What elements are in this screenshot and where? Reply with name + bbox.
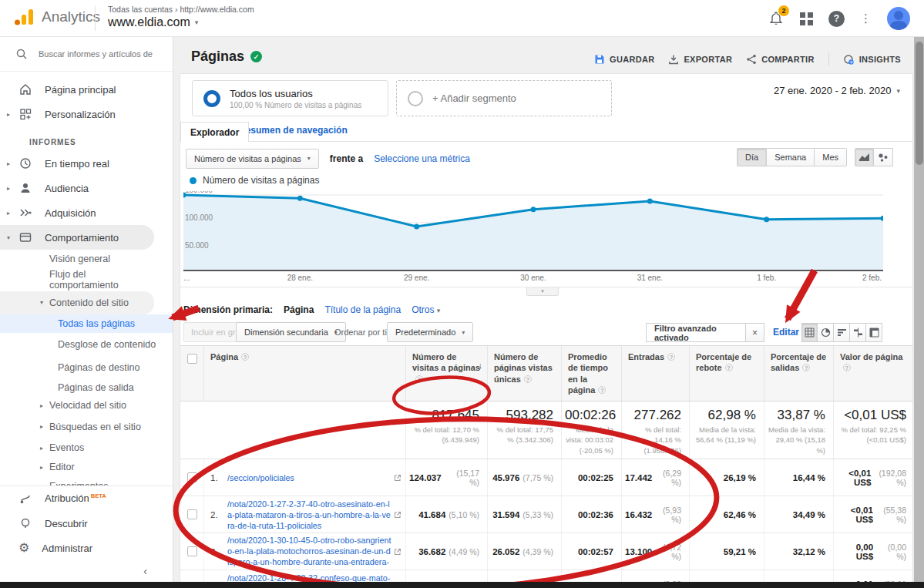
- export-button[interactable]: EXPORTAR: [668, 54, 732, 65]
- select-metric-link[interactable]: Seleccione una métrica: [374, 153, 470, 164]
- add-segment-button[interactable]: + Añadir segmento: [396, 80, 612, 116]
- edit-filter-link[interactable]: Editar: [773, 327, 799, 338]
- column-header-unique[interactable]: Número de páginas vistas únicas?: [487, 346, 561, 401]
- help-icon[interactable]: ?: [667, 353, 675, 361]
- granularity-month-button[interactable]: Mes: [815, 148, 847, 166]
- sidebar-item-publisher[interactable]: ▸ Editor: [0, 458, 173, 477]
- collapse-expanded-icon[interactable]: ▾: [40, 299, 43, 306]
- pivot-view-button[interactable]: [866, 323, 882, 342]
- expand-icon[interactable]: ▸: [40, 423, 43, 430]
- secondary-dimension-dropdown[interactable]: Dimensión secundaria ▾: [236, 322, 346, 342]
- share-button[interactable]: COMPARTIR: [746, 54, 815, 65]
- sidebar-item-realtime[interactable]: ▸ En tiempo real: [0, 151, 173, 176]
- sidebar-item-behavior[interactable]: ▾ Comportamiento: [0, 225, 154, 250]
- sidebar-item-behavior-flow[interactable]: Flujo del comportamiento: [0, 268, 173, 291]
- column-header-entrances[interactable]: Entradas?: [621, 346, 689, 401]
- expand-icon[interactable]: ▸: [7, 185, 10, 192]
- help-icon[interactable]: ?: [415, 375, 423, 383]
- sidebar-item-discover[interactable]: Descubrir: [0, 511, 173, 536]
- tab-navigation-summary[interactable]: Resumen de navegación: [239, 125, 348, 136]
- sidebar-item-site-search[interactable]: ▸ Búsquedas en el sitio: [0, 415, 173, 438]
- expand-icon[interactable]: ▸: [7, 210, 10, 217]
- expand-icon[interactable]: ▸: [40, 464, 43, 471]
- dimension-page[interactable]: Página: [284, 304, 314, 315]
- help-icon[interactable]: ?: [802, 364, 810, 371]
- expand-icon[interactable]: ▸: [7, 111, 10, 118]
- row-checkbox[interactable]: [187, 546, 197, 556]
- help-icon[interactable]: ?: [241, 353, 249, 361]
- sidebar-item-experiments[interactable]: Experimentos: [0, 477, 173, 486]
- apps-grid-icon[interactable]: [800, 12, 813, 25]
- sidebar-item-personalization[interactable]: ▸ Personalización: [0, 102, 173, 126]
- remove-filter-button[interactable]: ×: [745, 324, 764, 341]
- sidebar-item-home[interactable]: Página principal: [0, 77, 173, 102]
- percentage-view-button[interactable]: [818, 323, 834, 342]
- notifications-button[interactable]: 2: [768, 10, 785, 27]
- dimension-other-dropdown[interactable]: Otros ▾: [412, 304, 440, 315]
- column-header-bounce[interactable]: Porcentaje de rebote?: [689, 346, 764, 401]
- sort-type-dropdown[interactable]: Predeterminado ▾: [387, 322, 473, 342]
- sidebar-item-admin[interactable]: ⚙ Administrar: [0, 536, 173, 560]
- metric-dropdown[interactable]: Número de visitas a páginas ▾: [186, 149, 319, 169]
- help-icon[interactable]: ?: [598, 386, 606, 394]
- sidebar-item-attribution[interactable]: AtribuciónBETA: [0, 486, 173, 511]
- scrollbar-thumb[interactable]: [916, 42, 923, 165]
- sidebar-item-content-drilldown[interactable]: Desglose de contenido: [0, 333, 173, 356]
- external-link-icon[interactable]: [394, 548, 402, 556]
- collapse-expanded-icon[interactable]: ▾: [7, 234, 10, 241]
- help-icon[interactable]: ?: [828, 11, 845, 27]
- property-selector[interactable]: www.eldia.com ▾: [108, 15, 254, 29]
- dimension-page-title-link[interactable]: Título de la página: [324, 304, 401, 315]
- tab-explorer[interactable]: Explorador: [180, 122, 249, 142]
- help-icon[interactable]: ?: [725, 364, 733, 371]
- cell-time: 00:02:25: [561, 459, 621, 496]
- sidebar-item-all-pages[interactable]: Todas las páginas: [0, 314, 173, 333]
- external-link-icon[interactable]: [394, 511, 402, 519]
- performance-view-button[interactable]: [834, 323, 850, 342]
- sidebar-item-landing-pages[interactable]: Páginas de destino: [0, 356, 173, 379]
- page-link[interactable]: /nota/2020-1-27-2-37-40-otro-asesinato-e…: [227, 499, 391, 531]
- sidebar-item-site-speed[interactable]: ▸ Velocidad del sitio: [0, 396, 173, 415]
- sidebar-item-exit-pages[interactable]: Páginas de salida: [0, 379, 173, 396]
- vertical-scrollbar[interactable]: [914, 37, 924, 582]
- granularity-week-button[interactable]: Semana: [767, 148, 815, 166]
- chart-collapse-handle[interactable]: ▾: [526, 287, 559, 296]
- granularity-day-button[interactable]: Día: [737, 148, 767, 166]
- column-header-exit[interactable]: Porcentaje de salidas?: [764, 346, 833, 401]
- expand-icon[interactable]: ▸: [40, 402, 43, 409]
- column-header-avg-time[interactable]: Promedio de tiempo en la página?: [561, 346, 621, 401]
- expand-icon[interactable]: ▸: [7, 160, 10, 167]
- column-header-value[interactable]: Valor de página?: [833, 346, 913, 401]
- chevron-down-icon: ▾: [437, 307, 441, 314]
- help-icon[interactable]: ?: [843, 364, 851, 371]
- avatar[interactable]: [887, 7, 910, 30]
- save-button[interactable]: GUARDAR: [594, 54, 654, 65]
- insights-button[interactable]: INSIGHTS: [843, 54, 901, 66]
- sidebar-search[interactable]: [0, 37, 173, 72]
- sidebar-item-site-content[interactable]: ▾ Contenido del sitio: [0, 291, 154, 314]
- row-checkbox[interactable]: [187, 472, 197, 482]
- segment-all-users[interactable]: Todos los usuarios 100,00 % Número de vi…: [192, 80, 388, 116]
- page-link[interactable]: /seccion/policiales: [227, 472, 294, 483]
- help-icon[interactable]: ?: [524, 375, 532, 383]
- column-header-page[interactable]: Página?: [203, 346, 405, 401]
- sidebar-item-acquisition[interactable]: ▸ Adquisición: [0, 200, 173, 225]
- sidebar-item-audience[interactable]: ▸ Audiencia: [0, 176, 173, 200]
- kebab-menu-icon[interactable]: ⋮: [860, 12, 872, 25]
- collapse-sidebar-button[interactable]: ‹: [0, 560, 173, 582]
- visits-trend-chart[interactable]: 50.000100.000150.000: [183, 191, 883, 272]
- row-checkbox[interactable]: [187, 509, 197, 519]
- page-link[interactable]: /nota/2020-1-30-10-45-0-otro-robo-sangri…: [227, 535, 391, 569]
- sidebar-item-overview[interactable]: Visión general: [0, 250, 173, 268]
- motion-chart-button[interactable]: [874, 148, 893, 166]
- line-chart-button[interactable]: [855, 148, 874, 166]
- search-input[interactable]: [39, 49, 162, 59]
- sidebar-item-events[interactable]: ▸ Eventos: [0, 438, 173, 458]
- select-all-checkbox[interactable]: [187, 354, 197, 364]
- column-header-visits[interactable]: Número de visitas a páginas?↓: [405, 346, 487, 401]
- table-view-button[interactable]: [801, 323, 818, 342]
- external-link-icon[interactable]: [394, 474, 402, 482]
- date-range-picker[interactable]: 27 ene. 2020 - 2 feb. 2020 ▾: [774, 85, 900, 96]
- expand-icon[interactable]: ▸: [40, 445, 43, 452]
- comparison-view-button[interactable]: [850, 323, 866, 342]
